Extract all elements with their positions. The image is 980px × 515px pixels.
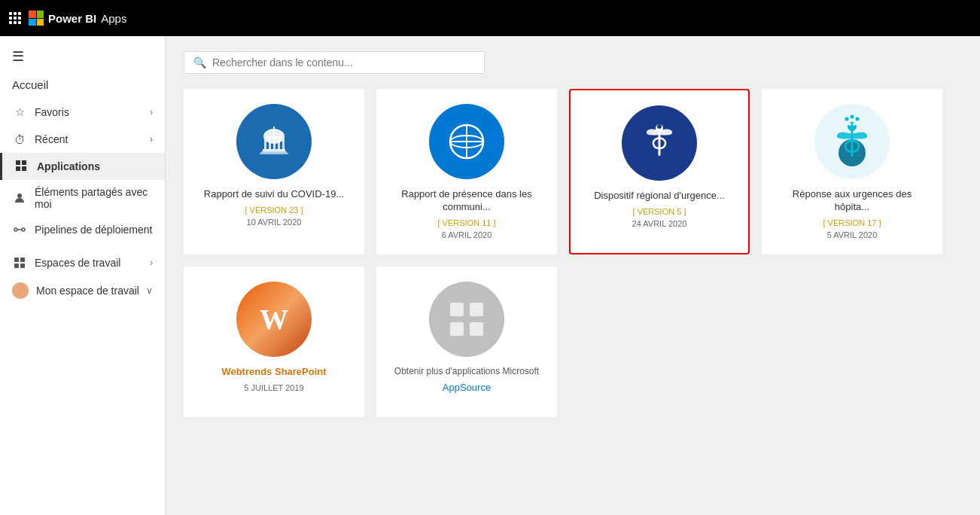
topnav: Power BI Apps — [0, 0, 980, 36]
card-appsource-link[interactable]: AppSource — [443, 382, 491, 393]
svg-rect-3 — [22, 166, 26, 171]
card-dispositif-version: [ VERSION 5 ] — [633, 207, 686, 216]
svg-rect-15 — [264, 139, 266, 149]
search-input[interactable] — [212, 56, 475, 69]
card-dispositif-icon — [622, 105, 697, 181]
card-covid-version: [ VERSION 23 ] — [245, 206, 303, 215]
card-covid-title: Rapport de suivi du COVID-19... — [204, 188, 344, 201]
svg-rect-16 — [269, 139, 271, 149]
cards-grid: Rapport de suivi du COVID-19... [ VERSIO… — [184, 89, 962, 417]
sidebar-label-espaces-travail: Espaces de travail — [35, 257, 120, 269]
card-reponse-date: 5 AVRIL 2020 — [827, 230, 878, 239]
chevron-right-icon: › — [150, 107, 153, 117]
svg-rect-9 — [20, 258, 25, 262]
shared-icon — [12, 190, 27, 206]
svg-rect-8 — [14, 258, 19, 262]
svg-rect-19 — [282, 139, 285, 149]
svg-rect-2 — [16, 166, 20, 171]
pipeline-icon — [12, 222, 27, 237]
brand-area: Power BI Apps — [29, 11, 126, 26]
clock-icon: ⏱ — [12, 132, 27, 147]
svg-rect-20 — [263, 149, 285, 151]
card-reponse-version: [ VERSION 17 ] — [823, 218, 881, 227]
svg-point-36 — [848, 123, 851, 126]
svg-rect-21 — [261, 151, 287, 153]
svg-rect-23 — [273, 126, 275, 136]
svg-point-4 — [17, 194, 22, 198]
card-presence-title: Rapport de présence dans les communi... — [391, 188, 542, 214]
sidebar-label-favoris: Favoris — [35, 106, 69, 118]
card-presence-date: 6 AVRIL 2020 — [442, 230, 492, 239]
search-bar[interactable]: 🔍 — [184, 51, 485, 74]
apps-icon — [14, 159, 29, 174]
microsoft-logo — [29, 11, 44, 26]
card-webtrends-title: Webtrends SharePoint — [221, 366, 326, 379]
card-webtrends[interactable]: W Webtrends SharePoint 5 JUILLET 2019 — [184, 267, 364, 417]
svg-rect-18 — [278, 139, 280, 149]
card-covid-date: 10 AVRIL 2020 — [247, 218, 302, 227]
waffle-icon — [9, 12, 21, 24]
card-reponse-icon — [814, 104, 890, 179]
chevron-right-icon: › — [150, 258, 153, 268]
user-avatar-icon — [12, 282, 29, 299]
svg-rect-22 — [260, 153, 288, 154]
main-content: 🔍 — [166, 36, 980, 515]
svg-point-32 — [657, 124, 662, 129]
sidebar-label-applications: Applications — [37, 160, 100, 172]
main-layout: ☰ Accueil ☆ Favoris › ⏱ Récent › Applica… — [0, 36, 980, 515]
card-reponse-title: Réponse aux urgences des hôpita... — [777, 188, 927, 214]
sidebar-label-mon-espace: Mon espace de travail — [36, 285, 139, 297]
waffle-button[interactable] — [9, 12, 21, 24]
workspace-icon — [12, 255, 27, 270]
sidebar-item-elements-partages[interactable]: Éléments partagés avec moi — [0, 180, 165, 216]
chevron-right-icon: › — [150, 134, 153, 145]
product-name: Power BI — [48, 12, 96, 25]
card-presence-icon — [429, 104, 504, 179]
card-dispositif-date: 24 AVRIL 2020 — [632, 219, 687, 228]
sidebar-item-recent[interactable]: ⏱ Récent › — [0, 126, 165, 153]
chevron-down-icon: ∨ — [146, 285, 153, 296]
svg-rect-11 — [20, 264, 25, 268]
sidebar-item-mon-espace[interactable]: Mon espace de travail ∨ — [0, 276, 165, 305]
svg-point-40 — [856, 117, 860, 121]
sidebar-item-favoris[interactable]: ☆ Favoris › — [0, 99, 165, 126]
card-dispositif[interactable]: Dispositif régional d'urgence... [ VERSI… — [569, 89, 750, 254]
svg-point-38 — [845, 117, 849, 121]
card-webtrends-icon: W — [236, 282, 312, 357]
card-reponse[interactable]: Réponse aux urgences des hôpita... [ VER… — [762, 89, 942, 254]
sidebar-item-applications[interactable]: Applications — [0, 153, 165, 180]
svg-rect-43 — [470, 303, 483, 316]
svg-rect-17 — [273, 139, 275, 149]
svg-point-39 — [851, 115, 854, 119]
sidebar-home[interactable]: Accueil — [0, 74, 165, 99]
card-dispositif-title: Dispositif régional d'urgence... — [594, 190, 725, 203]
svg-text:W: W — [260, 303, 288, 335]
card-appsource-icon — [429, 282, 504, 357]
card-covid[interactable]: Rapport de suivi du COVID-19... [ VERSIO… — [184, 89, 364, 254]
svg-rect-0 — [16, 160, 20, 165]
card-presence[interactable]: Rapport de présence dans les communi... … — [376, 89, 557, 254]
sidebar-label-elements-partages: Éléments partagés avec moi — [35, 186, 153, 210]
svg-rect-42 — [450, 303, 464, 316]
hamburger-button[interactable]: ☰ — [0, 42, 165, 74]
svg-point-37 — [853, 123, 856, 126]
sidebar-item-espaces-travail[interactable]: Espaces de travail › — [0, 249, 165, 276]
sidebar: ☰ Accueil ☆ Favoris › ⏱ Récent › Applica… — [0, 36, 166, 515]
star-icon: ☆ — [12, 105, 27, 120]
svg-rect-14 — [266, 136, 282, 139]
sidebar-label-recent: Récent — [35, 133, 68, 145]
card-webtrends-date: 5 JUILLET 2019 — [244, 383, 303, 392]
svg-rect-1 — [22, 160, 26, 165]
svg-point-6 — [22, 228, 25, 231]
svg-rect-45 — [470, 322, 483, 336]
svg-rect-44 — [450, 322, 464, 336]
card-presence-version: [ VERSION 11 ] — [437, 218, 495, 227]
card-appsource[interactable]: Obtenir plus d'applications Microsoft Ap… — [376, 267, 557, 417]
svg-rect-10 — [14, 264, 19, 268]
section-name: Apps — [101, 12, 126, 25]
svg-point-5 — [14, 228, 17, 231]
sidebar-label-pipelines: Pipelines de déploiement — [35, 224, 152, 236]
sidebar-item-pipelines[interactable]: Pipelines de déploiement — [0, 216, 165, 243]
search-icon: 🔍 — [193, 56, 206, 69]
card-covid-icon — [236, 104, 312, 179]
